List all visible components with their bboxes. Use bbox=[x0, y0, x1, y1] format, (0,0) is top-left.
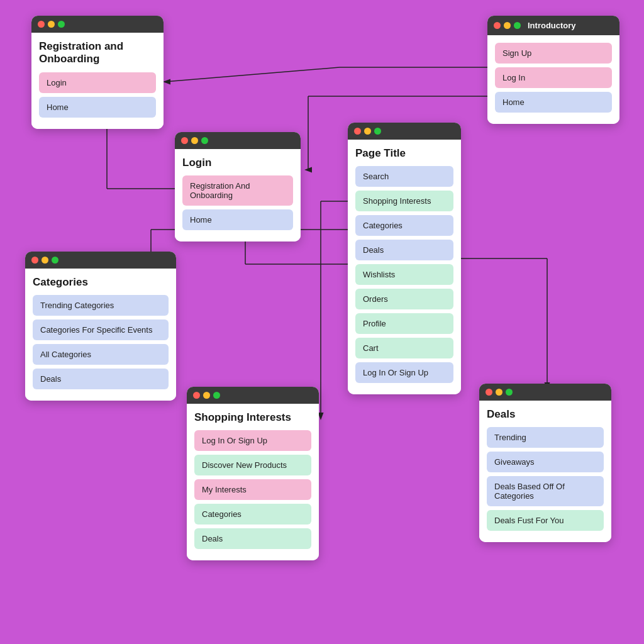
list-item[interactable]: Deals bbox=[194, 528, 311, 549]
page-title-window: Page Title Search Shopping Interests Cat… bbox=[348, 123, 461, 394]
registration-body: Registration and Onboarding Login Home bbox=[31, 33, 164, 129]
categories-body: Categories Trending Categories Categorie… bbox=[25, 269, 176, 401]
dot-green bbox=[58, 21, 65, 28]
list-item[interactable]: Cart bbox=[355, 338, 453, 358]
shopping-interests-titlebar bbox=[187, 387, 319, 404]
introductory-window: Introductory Sign Up Log In Home bbox=[487, 16, 619, 124]
login-titlebar bbox=[175, 132, 301, 149]
list-item[interactable]: Sign Up bbox=[495, 43, 612, 64]
dot-red bbox=[181, 137, 188, 144]
list-item[interactable]: Deals Fust For You bbox=[487, 510, 604, 531]
svg-line-1 bbox=[165, 67, 340, 82]
dot-green bbox=[201, 137, 208, 144]
registration-window: Registration and Onboarding Login Home bbox=[31, 16, 164, 129]
page-title-titlebar bbox=[348, 123, 461, 140]
dot-red bbox=[31, 257, 38, 264]
page-title-heading: Page Title bbox=[355, 147, 453, 160]
categories-titlebar bbox=[25, 252, 176, 269]
list-item[interactable]: Registration And Onboarding bbox=[182, 175, 293, 206]
shopping-interests-heading: Shopping Interests bbox=[194, 411, 311, 424]
list-item[interactable]: Deals bbox=[355, 240, 453, 260]
list-item[interactable]: Home bbox=[182, 209, 293, 230]
shopping-interests-window: Shopping Interests Log In Or Sign Up Dis… bbox=[187, 387, 319, 560]
dot-red bbox=[494, 22, 501, 29]
list-item[interactable]: Trending Categories bbox=[33, 295, 169, 316]
list-item[interactable]: Shopping Interests bbox=[355, 191, 453, 211]
dot-green bbox=[374, 128, 381, 135]
registration-heading: Registration and Onboarding bbox=[39, 40, 156, 66]
list-item[interactable]: Categories bbox=[355, 215, 453, 236]
list-item[interactable]: Giveaways bbox=[487, 452, 604, 472]
registration-titlebar bbox=[31, 16, 164, 33]
list-item[interactable]: Home bbox=[495, 92, 612, 113]
list-item[interactable]: Home bbox=[39, 97, 156, 118]
login-heading: Login bbox=[182, 157, 293, 169]
dot-red bbox=[354, 128, 361, 135]
dot-yellow bbox=[48, 21, 55, 28]
deals-window: Deals Trending Giveaways Deals Based Off… bbox=[479, 384, 611, 542]
dot-yellow bbox=[42, 257, 48, 264]
shopping-interests-body: Shopping Interests Log In Or Sign Up Dis… bbox=[187, 404, 319, 560]
introductory-titlebar: Introductory bbox=[487, 16, 619, 35]
introductory-title: Introductory bbox=[528, 21, 576, 30]
introductory-body: Sign Up Log In Home bbox=[487, 35, 619, 124]
dot-red bbox=[193, 392, 200, 399]
list-item[interactable]: All Categories bbox=[33, 344, 169, 365]
list-item[interactable]: Log In Or Sign Up bbox=[194, 430, 311, 451]
dot-green bbox=[514, 22, 521, 29]
list-item[interactable]: Categories For Specific Events bbox=[33, 319, 169, 340]
dot-yellow bbox=[364, 128, 371, 135]
list-item[interactable]: Trending bbox=[487, 427, 604, 448]
login-window: Login Registration And Onboarding Home bbox=[175, 132, 301, 242]
list-item[interactable]: Search bbox=[355, 166, 453, 187]
list-item[interactable]: Discover New Products bbox=[194, 455, 311, 475]
deals-heading: Deals bbox=[487, 408, 604, 421]
list-item[interactable]: Login bbox=[39, 72, 156, 93]
list-item[interactable]: Orders bbox=[355, 289, 453, 309]
list-item[interactable]: Wishlists bbox=[355, 264, 453, 285]
dot-green bbox=[52, 257, 58, 264]
list-item[interactable]: My Interests bbox=[194, 479, 311, 500]
dot-red bbox=[486, 389, 492, 396]
dot-green bbox=[506, 389, 513, 396]
deals-body: Deals Trending Giveaways Deals Based Off… bbox=[479, 401, 611, 542]
list-item[interactable]: Categories bbox=[194, 504, 311, 525]
page-title-body: Page Title Search Shopping Interests Cat… bbox=[348, 140, 461, 394]
dot-yellow bbox=[191, 137, 198, 144]
list-item[interactable]: Profile bbox=[355, 313, 453, 334]
login-body: Login Registration And Onboarding Home bbox=[175, 149, 301, 242]
deals-titlebar bbox=[479, 384, 611, 401]
list-item[interactable]: Deals bbox=[33, 369, 169, 389]
list-item[interactable]: Log In bbox=[495, 67, 612, 88]
dot-green bbox=[213, 392, 220, 399]
categories-window: Categories Trending Categories Categorie… bbox=[25, 252, 176, 401]
dot-yellow bbox=[496, 389, 502, 396]
categories-heading: Categories bbox=[33, 276, 169, 289]
list-item[interactable]: Deals Based Off Of Categories bbox=[487, 476, 604, 506]
dot-yellow bbox=[203, 392, 210, 399]
list-item[interactable]: Log In Or Sign Up bbox=[355, 362, 453, 383]
dot-red bbox=[38, 21, 45, 28]
dot-yellow bbox=[504, 22, 511, 29]
